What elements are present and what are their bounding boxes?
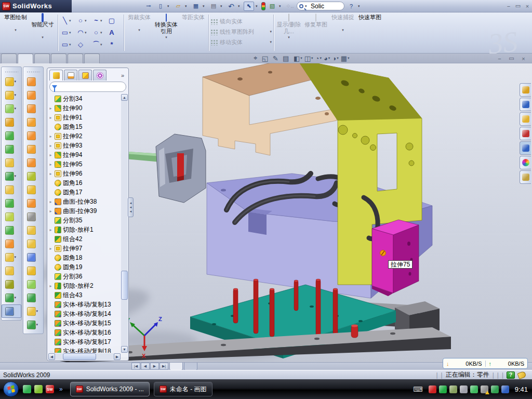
smart-dimension-button[interactable]: 智能尺寸 ▾ xyxy=(29,14,56,40)
first-tab-icon[interactable]: |◀ xyxy=(131,363,140,370)
draft-button[interactable]: ▾ xyxy=(2,196,21,210)
taskbtn-solidworks[interactable]: SW SolidWorks 2009 - ... xyxy=(70,382,150,396)
tab-dimxpert[interactable] xyxy=(84,54,100,63)
feature-tree-row[interactable]: ▸ 拉伸91 xyxy=(48,113,121,122)
volume-icon[interactable] xyxy=(460,385,468,393)
open-document-icon[interactable]: ▱ xyxy=(173,2,183,11)
resources-tab[interactable] xyxy=(520,83,531,97)
design-library-tab[interactable] xyxy=(520,98,531,111)
configuration-manager-tab[interactable] xyxy=(78,70,92,81)
property-manager-tab[interactable] xyxy=(64,70,77,81)
menu-help[interactable] xyxy=(132,5,140,8)
messenger-status-icon[interactable] xyxy=(501,385,509,393)
prev-tab-icon[interactable]: ◀ xyxy=(141,363,150,370)
point-tool[interactable]: *▾ xyxy=(107,38,122,50)
sketch-text-tool[interactable]: A▾ xyxy=(107,26,122,38)
move-entities-button[interactable]: 移动实体 ▾ xyxy=(210,37,272,47)
spline-tool[interactable]: ~▾ xyxy=(91,15,107,26)
save-icon[interactable]: ▦ xyxy=(191,2,201,11)
new-document-icon[interactable]: ▯ xyxy=(155,2,166,11)
replace-face-button[interactable]: ▾ xyxy=(23,223,43,237)
sync-icon[interactable] xyxy=(470,385,478,393)
sketch-button[interactable]: 草图绘制 ▾ xyxy=(2,14,29,40)
feature-tree-row[interactable]: ▸ 切除-放样2 xyxy=(48,281,121,290)
open-caret[interactable]: ▾ xyxy=(185,4,189,8)
feature-tree-row[interactable]: ▸ 切除-放样1 xyxy=(48,225,121,234)
expand-icon[interactable]: ▸ xyxy=(48,134,53,139)
fillet-button[interactable]: ▾ xyxy=(2,102,21,115)
expand-icon[interactable]: ▸ xyxy=(48,246,53,251)
search-caret[interactable]: ▾ xyxy=(305,4,309,8)
tree-vertical-scrollbar[interactable] xyxy=(121,94,128,353)
custom-properties-tab[interactable] xyxy=(520,170,531,184)
rectangle-tool[interactable]: ▭▾ xyxy=(60,26,75,38)
tab-features[interactable] xyxy=(1,54,17,63)
tab-motion-study[interactable] xyxy=(184,363,197,370)
linear-pattern-button[interactable]: ▾ xyxy=(2,169,21,183)
help-icon[interactable]: ? xyxy=(346,2,356,11)
health-icon[interactable] xyxy=(491,385,499,393)
scroll-left-icon[interactable]: ◀ xyxy=(48,353,55,360)
surface-delete-face-button[interactable]: ▾ xyxy=(23,304,43,318)
appearances-tab[interactable] xyxy=(520,156,531,169)
select-caret[interactable]: ▾ xyxy=(256,4,260,8)
doc-restore-icon[interactable]: ▭ xyxy=(507,55,516,62)
expand-icon[interactable]: ▸ xyxy=(48,200,53,204)
extruded-cut-button[interactable]: ▾ xyxy=(2,88,21,102)
move-copy-body-button[interactable]: ▾ xyxy=(2,237,21,250)
lofted-surface-button[interactable]: ▾ xyxy=(23,115,43,129)
spline-curve-button[interactable]: ▾ xyxy=(2,291,21,304)
section-tool-button[interactable]: ✎▾ xyxy=(273,55,281,62)
display-delete-relations-button[interactable]: 显示/删除几... ▾ xyxy=(275,14,302,40)
swept-boss-button[interactable]: ▾ xyxy=(2,115,21,129)
taskbtn-paint[interactable]: SW 未命名 - 画图 xyxy=(154,382,212,396)
feature-tree-row[interactable]: ▸ 曲面-拉伸38 xyxy=(48,197,121,206)
next-tab-icon[interactable]: ▶ xyxy=(150,363,159,370)
overflow-icon[interactable]: ⁘.. xyxy=(285,2,295,11)
lofted-boss-button[interactable]: ▾ xyxy=(2,129,21,142)
expand-icon[interactable]: ▸ xyxy=(48,115,53,120)
surface-spline-button[interactable]: ▾ xyxy=(23,318,43,331)
undo-caret[interactable]: ▾ xyxy=(238,4,242,8)
scroll-up-icon[interactable]: ▲ xyxy=(121,94,128,101)
tab-mold-tools[interactable] xyxy=(51,54,66,63)
expand-icon[interactable]: ▸ xyxy=(48,209,53,214)
ruled-surface-button[interactable]: ▾ xyxy=(23,250,43,264)
graphics-viewport[interactable]: Y Z X ▾ ▾ ▾ ▾ ▾ ▾ xyxy=(0,63,532,362)
split-button[interactable]: ▾ xyxy=(2,210,21,223)
network-speed-widget[interactable]: ↓0KB/S ↑0KB/S xyxy=(443,358,528,369)
quick-tips-icon[interactable]: ? xyxy=(507,371,515,379)
freeform-button[interactable]: ▾ xyxy=(23,264,43,277)
feature-tree-row[interactable]: ▸ 分割36 xyxy=(48,272,121,281)
extended-surface-button[interactable]: ▾ xyxy=(23,102,43,115)
feature-tree-row[interactable]: ▸ 实体-移动/复制18 xyxy=(48,347,121,353)
offset-entities-button[interactable]: 等距实体 ▾ xyxy=(180,14,207,40)
select-region-tool[interactable]: ▢▾ xyxy=(107,15,122,26)
tab-model[interactable] xyxy=(169,363,183,370)
feature-tree-row[interactable]: ▸ 拉伸95 xyxy=(48,159,121,169)
mirror-entities-button[interactable]: 镜向实体 ▾ xyxy=(210,17,272,26)
zoom-area-button[interactable]: ◱▾ xyxy=(262,55,271,62)
feature-tree-row[interactable]: ▸ 圆角19 xyxy=(48,262,121,272)
expand-icon[interactable]: ▸ xyxy=(48,143,53,148)
feature-tree-row[interactable]: ▸ 拉伸94 xyxy=(48,150,121,159)
undo-icon[interactable]: ↶ xyxy=(226,2,236,11)
expand-icon[interactable]: ▸ xyxy=(48,162,53,167)
view-settings-button[interactable]: ▦▾ xyxy=(341,55,350,62)
menu-window[interactable] xyxy=(123,5,131,8)
select-tool-icon[interactable]: ⬉ xyxy=(244,2,254,11)
doc-close-icon[interactable]: × xyxy=(519,55,528,62)
feature-tree-row[interactable]: ▸ 实体-移动/复制13 xyxy=(48,300,121,309)
menu-insert[interactable] xyxy=(104,5,112,8)
boundary-surface-button[interactable]: ▾ xyxy=(23,129,43,142)
feature-tree-row[interactable]: ▸ 实体-移动/复制14 xyxy=(48,309,121,318)
search-box[interactable]: ▾ Solic xyxy=(297,2,344,10)
boss-extrude-button[interactable]: ▾ xyxy=(2,75,21,88)
imported-geometry-button[interactable]: ▾ xyxy=(2,264,21,277)
expand-icon[interactable]: ▸ xyxy=(48,171,53,176)
view-palette-tab[interactable] xyxy=(520,141,531,155)
curve-button[interactable]: ▾ xyxy=(2,277,21,291)
feature-tree-row[interactable]: ▸ 组合43 xyxy=(48,290,121,300)
display-style-button[interactable]: ◧▾ xyxy=(294,55,302,62)
expand-icon[interactable]: ▸ xyxy=(48,228,53,232)
